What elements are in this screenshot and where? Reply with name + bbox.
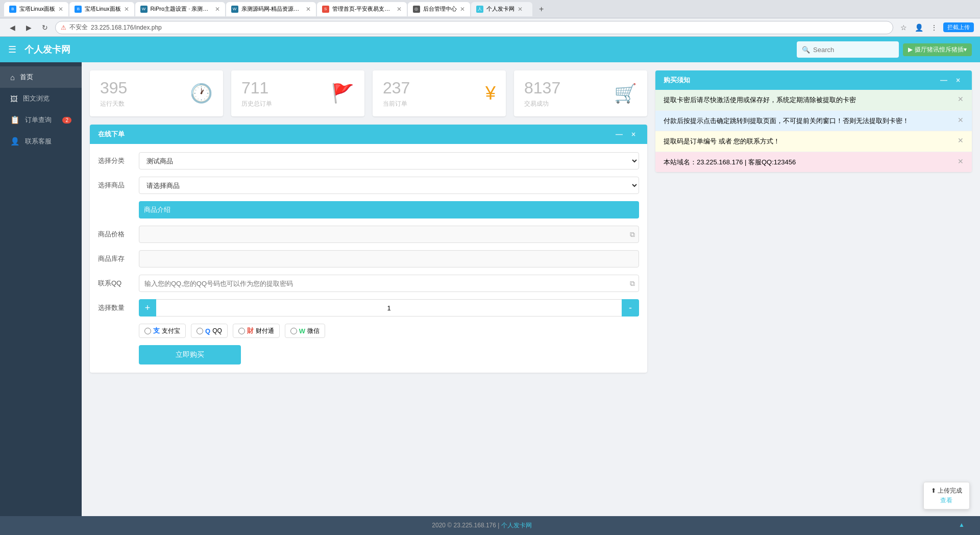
sidebar-item-gallery[interactable]: 🖼图文浏览 [0, 88, 82, 109]
payment-radio-wechat[interactable] [290, 328, 297, 334]
notice-close-3[interactable]: ✕ [958, 157, 964, 165]
payment-option-wechat[interactable]: W 微信 [285, 324, 325, 338]
payment-label-qqpay: 财付通 [256, 327, 274, 335]
browser-tab-3[interactable]: WRiPro主题设置 · 亲测源码网—...✕ [135, 2, 225, 16]
notice-item-1: 付款后按提示点击确定跳转到提取页面，不可提前关闭窗口！否则无法提取到卡密！✕ [655, 111, 972, 132]
upload-view-link[interactable]: 查看 [940, 496, 952, 505]
browser-tab-5[interactable]: S管理首页-平安夜易支付-本站斩...✕ [317, 2, 407, 16]
new-tab-button[interactable]: + [534, 2, 549, 16]
tab-close-3[interactable]: ✕ [215, 6, 220, 13]
category-select[interactable]: 测试商品 [139, 152, 639, 169]
sidebar: ⌂首页🖼图文浏览📋订单查询2👤联系客服 [0, 62, 82, 516]
notice-text-0: 提取卡密后请尽快激活使用或保存好，系统定期清除被提取的卡密 [664, 95, 953, 105]
payment-radio-qqpay[interactable] [238, 328, 245, 334]
order-card: 在线下单 — × 选择分类 测试商品 [90, 125, 647, 373]
payment-option-alipay[interactable]: 支 支付宝 [139, 324, 186, 338]
sidebar-item-support[interactable]: 👤联系客服 [0, 131, 82, 152]
tab-close-1[interactable]: ✕ [58, 6, 63, 13]
minimize-order-button[interactable]: — [614, 129, 625, 140]
search-input[interactable] [813, 46, 890, 54]
back-button[interactable]: ◀ [6, 21, 18, 34]
sidebar-item-home[interactable]: ⌂首页 [0, 66, 82, 88]
footer-link[interactable]: 个人发卡网 [501, 522, 532, 529]
price-label: 商品价格 [98, 230, 139, 239]
tab-close-4[interactable]: ✕ [306, 6, 311, 13]
stats-row: 395 运行天数 🕐 711 历史总订单 🚩 237 当前订单 ¥ 8137 交… [90, 70, 647, 116]
browser-chrome: B宝塔Linux面板✕B宝塔Linux面板✕WRiPro主题设置 · 亲测源码网… [0, 0, 980, 18]
qq-input[interactable] [139, 275, 639, 292]
extension-area: ☆ 👤 ⋮ 拦截上传 [897, 21, 974, 34]
payment-icon-qqpay: 財 [247, 326, 254, 335]
live-button[interactable]: ▶ 摄厅猪讯惶斥猪插▾ [903, 43, 972, 56]
stat-number-3: 8137 [524, 79, 560, 98]
tab-close-5[interactable]: ✕ [397, 6, 402, 13]
tab-close-6[interactable]: ✕ [460, 6, 465, 13]
order-form-body: 选择分类 测试商品 选择商品 请选择商品 [90, 144, 647, 373]
nav-bar: ◀ ▶ ↻ ⚠ 不安全 23.225.168.176/index.php ☆ 👤… [0, 18, 980, 37]
left-column: 395 运行天数 🕐 711 历史总订单 🚩 237 当前订单 ¥ 8137 交… [90, 70, 647, 508]
app-header: ☰ 个人发卡网 🔍 ▶ 摄厅猪讯惶斥猪插▾ [0, 37, 980, 62]
payment-icon-qq: Q [205, 327, 210, 335]
notice-text-2: 提取码是订单编号 或者 您的联系方式！ [664, 136, 953, 147]
price-row: 商品价格 ⧉ [98, 226, 639, 243]
buy-button[interactable]: 立即购买 [139, 345, 241, 364]
browser-tab-1[interactable]: B宝塔Linux面板✕ [4, 2, 68, 16]
price-input[interactable] [139, 226, 639, 243]
tab-favicon-7: 人 [476, 6, 483, 13]
notice-text-3: 本站域名：23.225.168.176 | 客服QQ:123456 [664, 157, 953, 167]
product-row: 选择商品 请选择商品 [98, 177, 639, 194]
payment-radio-alipay[interactable] [144, 328, 151, 334]
content-area: 395 运行天数 🕐 711 历史总订单 🚩 237 当前订单 ¥ 8137 交… [82, 62, 980, 516]
scroll-top-button[interactable]: ▲ [959, 521, 965, 528]
stat-number-1: 711 [241, 79, 272, 98]
notice-item-3: 本站域名：23.225.168.176 | 客服QQ:123456✕ [655, 152, 972, 173]
tab-favicon-3: W [140, 6, 148, 13]
close-notice-button[interactable]: × [952, 75, 964, 86]
stat-icon-2: ¥ [485, 83, 496, 104]
menu-icon[interactable]: ☰ [8, 44, 16, 55]
qty-plus-button[interactable]: + [139, 299, 156, 317]
qty-label: 选择数量 [98, 303, 139, 312]
notice-close-0[interactable]: ✕ [958, 95, 964, 103]
stat-card-0: 395 运行天数 🕐 [90, 70, 223, 116]
browser-tab-2[interactable]: B宝塔Linux面板✕ [69, 2, 134, 16]
qty-input[interactable]: 1 [156, 299, 622, 317]
payment-radio-qq[interactable] [197, 328, 203, 334]
tab-label-2: 宝塔Linux面板 [85, 5, 120, 13]
qty-minus-button[interactable]: - [622, 299, 639, 317]
sidebar-icon-support: 👤 [10, 137, 20, 146]
notice-close-2[interactable]: ✕ [958, 136, 964, 144]
stat-icon-1: 🚩 [331, 83, 354, 104]
stat-label-3: 交易成功 [524, 100, 560, 108]
notice-text-1: 付款后按提示点击确定跳转到提取页面，不可提前关闭窗口！否则无法提取到卡密！ [664, 116, 953, 126]
browser-tab-7[interactable]: 人个人发卡网✕ [471, 2, 532, 16]
browser-tab-4[interactable]: W亲测源码网-精品资源站长亲测✕ [226, 2, 316, 16]
stock-input[interactable] [139, 250, 639, 268]
account-button[interactable]: 👤 [913, 21, 925, 34]
payment-option-qqpay[interactable]: 財 财付通 [233, 324, 280, 338]
address-bar[interactable]: ⚠ 不安全 23.225.168.176/index.php [55, 21, 893, 34]
price-copy-icon: ⧉ [630, 230, 635, 239]
browser-tab-6[interactable]: ◎后台管理中心✕ [408, 2, 470, 16]
tab-close-7[interactable]: ✕ [518, 6, 523, 13]
tab-close-2[interactable]: ✕ [124, 6, 129, 13]
notice-card: 购买须知 — × 提取卡密后请尽快激活使用或保存好，系统定期清除被提取的卡密✕付… [655, 70, 972, 172]
close-order-button[interactable]: × [628, 129, 639, 140]
reload-button[interactable]: ↻ [39, 21, 51, 34]
payment-option-qq[interactable]: Q QQ [191, 324, 228, 338]
stat-label-0: 运行天数 [100, 100, 127, 108]
notice-title: 购买须知 [664, 76, 690, 85]
star-button[interactable]: ☆ [897, 21, 910, 34]
minimize-notice-button[interactable]: — [938, 75, 949, 86]
upload-toast-text: ⬆ 上传完成 [931, 487, 962, 495]
sidebar-item-orders[interactable]: 📋订单查询2 [0, 109, 82, 131]
menu-button[interactable]: ⋮ [928, 21, 940, 34]
ext-upload-button[interactable]: 拦截上传 [943, 22, 974, 32]
sidebar-label-gallery: 图文浏览 [23, 94, 50, 103]
intro-row: 商品介绍 [98, 201, 639, 218]
notice-close-1[interactable]: ✕ [958, 116, 964, 124]
tab-favicon-1: B [9, 6, 16, 13]
buy-button-row: 立即购买 [98, 345, 639, 364]
forward-button[interactable]: ▶ [22, 21, 35, 34]
product-select[interactable]: 请选择商品 [139, 177, 639, 194]
